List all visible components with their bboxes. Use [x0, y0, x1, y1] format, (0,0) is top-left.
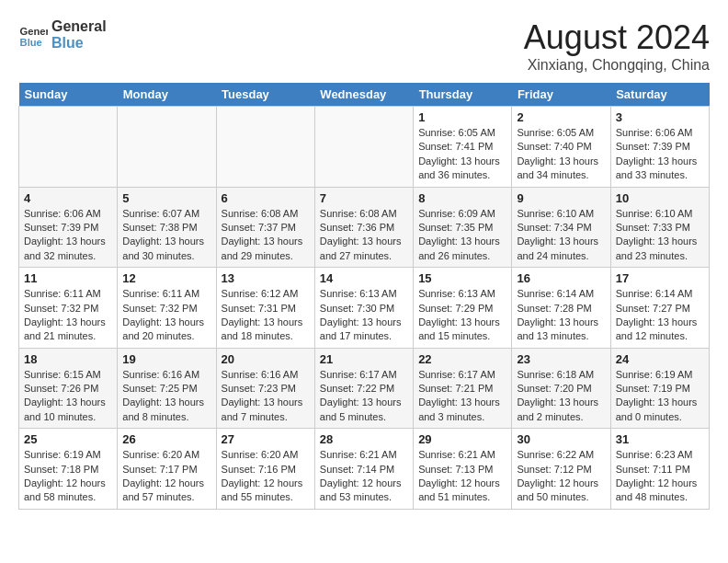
day-number: 4	[24, 191, 112, 205]
week-row-2: 4Sunrise: 6:06 AM Sunset: 7:39 PM Daylig…	[19, 187, 710, 268]
day-number: 20	[222, 352, 310, 366]
day-info: Sunrise: 6:13 AM Sunset: 7:29 PM Dayligh…	[418, 287, 506, 344]
logo-text-line1: General	[51, 18, 107, 35]
week-row-4: 18Sunrise: 6:15 AM Sunset: 7:26 PM Dayli…	[19, 348, 710, 429]
day-number: 21	[320, 352, 408, 366]
calendar-cell: 23Sunrise: 6:18 AM Sunset: 7:20 PM Dayli…	[512, 348, 610, 429]
calendar-cell	[314, 107, 413, 188]
day-info: Sunrise: 6:19 AM Sunset: 7:19 PM Dayligh…	[616, 368, 704, 425]
day-info: Sunrise: 6:23 AM Sunset: 7:11 PM Dayligh…	[616, 448, 704, 505]
calendar-cell: 13Sunrise: 6:12 AM Sunset: 7:31 PM Dayli…	[216, 268, 314, 349]
day-number: 5	[122, 191, 210, 205]
day-info: Sunrise: 6:15 AM Sunset: 7:26 PM Dayligh…	[24, 368, 112, 425]
week-row-5: 25Sunrise: 6:19 AM Sunset: 7:18 PM Dayli…	[19, 429, 710, 510]
day-number: 8	[418, 191, 506, 205]
day-info: Sunrise: 6:07 AM Sunset: 7:38 PM Dayligh…	[122, 207, 210, 264]
day-info: Sunrise: 6:08 AM Sunset: 7:37 PM Dayligh…	[222, 207, 310, 264]
day-number: 25	[24, 432, 112, 446]
header-cell-saturday: Saturday	[610, 83, 709, 107]
calendar-cell: 27Sunrise: 6:20 AM Sunset: 7:16 PM Dayli…	[216, 429, 314, 510]
calendar-cell: 9Sunrise: 6:10 AM Sunset: 7:34 PM Daylig…	[512, 187, 610, 268]
header-row: SundayMondayTuesdayWednesdayThursdayFrid…	[19, 83, 710, 107]
day-number: 23	[517, 352, 605, 366]
day-number: 18	[24, 352, 112, 366]
day-number: 29	[418, 432, 506, 446]
day-info: Sunrise: 6:09 AM Sunset: 7:35 PM Dayligh…	[418, 207, 506, 264]
calendar-cell: 18Sunrise: 6:15 AM Sunset: 7:26 PM Dayli…	[19, 348, 118, 429]
calendar-cell: 15Sunrise: 6:13 AM Sunset: 7:29 PM Dayli…	[414, 268, 512, 349]
day-info: Sunrise: 6:17 AM Sunset: 7:22 PM Dayligh…	[320, 368, 408, 425]
day-number: 3	[616, 110, 704, 124]
logo-text-line2: Blue	[51, 35, 107, 52]
week-row-3: 11Sunrise: 6:11 AM Sunset: 7:32 PM Dayli…	[19, 268, 710, 349]
calendar-cell: 12Sunrise: 6:11 AM Sunset: 7:32 PM Dayli…	[118, 268, 216, 349]
day-number: 16	[517, 271, 605, 285]
day-info: Sunrise: 6:13 AM Sunset: 7:30 PM Dayligh…	[320, 287, 408, 344]
day-number: 26	[122, 432, 210, 446]
day-number: 28	[320, 432, 408, 446]
day-info: Sunrise: 6:05 AM Sunset: 7:40 PM Dayligh…	[517, 126, 605, 183]
day-number: 13	[222, 271, 310, 285]
day-number: 1	[418, 110, 506, 124]
day-info: Sunrise: 6:12 AM Sunset: 7:31 PM Dayligh…	[222, 287, 310, 344]
header-cell-friday: Friday	[512, 83, 610, 107]
calendar-header: SundayMondayTuesdayWednesdayThursdayFrid…	[19, 83, 710, 107]
title-section: August 2024 Xinxiang, Chongqing, China	[524, 18, 710, 74]
calendar-cell: 1Sunrise: 6:05 AM Sunset: 7:41 PM Daylig…	[414, 107, 512, 188]
day-number: 7	[320, 191, 408, 205]
calendar-cell: 31Sunrise: 6:23 AM Sunset: 7:11 PM Dayli…	[610, 429, 709, 510]
day-number: 31	[616, 432, 704, 446]
calendar-cell: 25Sunrise: 6:19 AM Sunset: 7:18 PM Dayli…	[19, 429, 118, 510]
calendar-cell: 30Sunrise: 6:22 AM Sunset: 7:12 PM Dayli…	[512, 429, 610, 510]
calendar-cell: 11Sunrise: 6:11 AM Sunset: 7:32 PM Dayli…	[19, 268, 118, 349]
day-number: 15	[418, 271, 506, 285]
location-subtitle: Xinxiang, Chongqing, China	[524, 57, 710, 74]
week-row-1: 1Sunrise: 6:05 AM Sunset: 7:41 PM Daylig…	[19, 107, 710, 188]
day-info: Sunrise: 6:10 AM Sunset: 7:33 PM Dayligh…	[616, 207, 704, 264]
calendar-cell: 28Sunrise: 6:21 AM Sunset: 7:14 PM Dayli…	[314, 429, 413, 510]
calendar-cell	[19, 107, 118, 188]
svg-text:General: General	[20, 26, 48, 37]
day-info: Sunrise: 6:16 AM Sunset: 7:25 PM Dayligh…	[122, 368, 210, 425]
calendar-cell: 24Sunrise: 6:19 AM Sunset: 7:19 PM Dayli…	[610, 348, 709, 429]
day-info: Sunrise: 6:14 AM Sunset: 7:27 PM Dayligh…	[616, 287, 704, 344]
day-info: Sunrise: 6:08 AM Sunset: 7:36 PM Dayligh…	[320, 207, 408, 264]
header-cell-sunday: Sunday	[19, 83, 118, 107]
calendar-cell: 8Sunrise: 6:09 AM Sunset: 7:35 PM Daylig…	[414, 187, 512, 268]
day-number: 24	[616, 352, 704, 366]
day-number: 9	[517, 191, 605, 205]
calendar-cell: 29Sunrise: 6:21 AM Sunset: 7:13 PM Dayli…	[414, 429, 512, 510]
day-info: Sunrise: 6:22 AM Sunset: 7:12 PM Dayligh…	[517, 448, 605, 505]
calendar-cell: 4Sunrise: 6:06 AM Sunset: 7:39 PM Daylig…	[19, 187, 118, 268]
day-info: Sunrise: 6:18 AM Sunset: 7:20 PM Dayligh…	[517, 368, 605, 425]
calendar-cell	[118, 107, 216, 188]
calendar-cell: 2Sunrise: 6:05 AM Sunset: 7:40 PM Daylig…	[512, 107, 610, 188]
day-info: Sunrise: 6:20 AM Sunset: 7:16 PM Dayligh…	[222, 448, 310, 505]
svg-text:Blue: Blue	[20, 37, 42, 48]
calendar-cell: 7Sunrise: 6:08 AM Sunset: 7:36 PM Daylig…	[314, 187, 413, 268]
calendar-cell: 17Sunrise: 6:14 AM Sunset: 7:27 PM Dayli…	[610, 268, 709, 349]
calendar-cell: 20Sunrise: 6:16 AM Sunset: 7:23 PM Dayli…	[216, 348, 314, 429]
day-info: Sunrise: 6:11 AM Sunset: 7:32 PM Dayligh…	[122, 287, 210, 344]
calendar-cell: 16Sunrise: 6:14 AM Sunset: 7:28 PM Dayli…	[512, 268, 610, 349]
day-info: Sunrise: 6:19 AM Sunset: 7:18 PM Dayligh…	[24, 448, 112, 505]
calendar-cell: 6Sunrise: 6:08 AM Sunset: 7:37 PM Daylig…	[216, 187, 314, 268]
day-number: 19	[122, 352, 210, 366]
header-cell-thursday: Thursday	[414, 83, 512, 107]
calendar-cell	[216, 107, 314, 188]
header-cell-wednesday: Wednesday	[314, 83, 413, 107]
day-number: 22	[418, 352, 506, 366]
calendar-cell: 21Sunrise: 6:17 AM Sunset: 7:22 PM Dayli…	[314, 348, 413, 429]
day-number: 30	[517, 432, 605, 446]
calendar-cell: 22Sunrise: 6:17 AM Sunset: 7:21 PM Dayli…	[414, 348, 512, 429]
calendar-cell: 10Sunrise: 6:10 AM Sunset: 7:33 PM Dayli…	[610, 187, 709, 268]
header-cell-tuesday: Tuesday	[216, 83, 314, 107]
logo: General Blue General Blue	[18, 18, 107, 52]
day-info: Sunrise: 6:11 AM Sunset: 7:32 PM Dayligh…	[24, 287, 112, 344]
day-info: Sunrise: 6:06 AM Sunset: 7:39 PM Dayligh…	[616, 126, 704, 183]
day-number: 11	[24, 271, 112, 285]
day-info: Sunrise: 6:21 AM Sunset: 7:13 PM Dayligh…	[418, 448, 506, 505]
day-number: 2	[517, 110, 605, 124]
day-number: 27	[222, 432, 310, 446]
calendar-cell: 14Sunrise: 6:13 AM Sunset: 7:30 PM Dayli…	[314, 268, 413, 349]
